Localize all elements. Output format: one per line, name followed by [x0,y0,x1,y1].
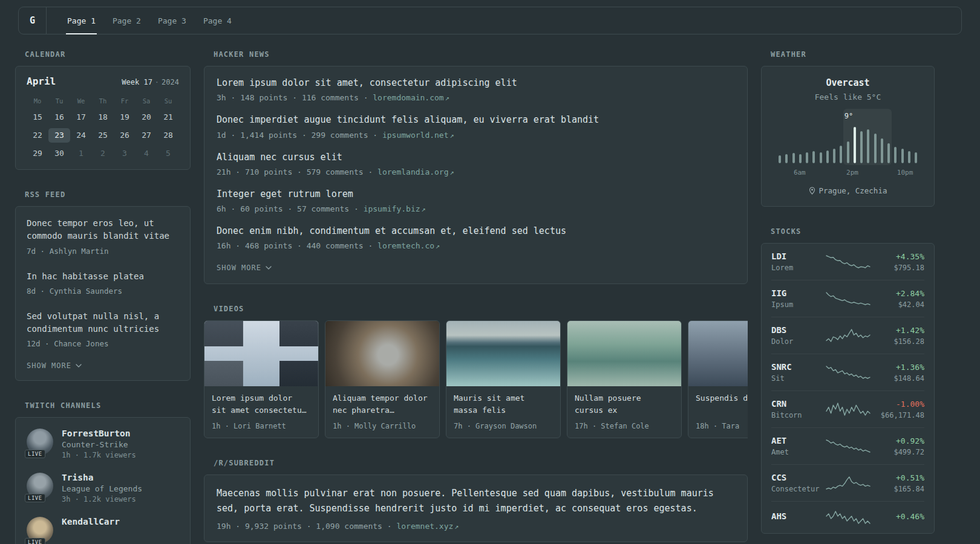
video-thumbnail[interactable] [446,321,560,386]
stock-symbol: AET [771,436,820,445]
hn-item-title[interactable]: Aliquam nec cursus elit [217,151,735,163]
live-badge: LIVE [25,494,45,502]
video-title[interactable]: Lorem ipsum dolor sit amet consectetu… [212,392,311,416]
tab-page-1[interactable]: Page 1 [59,7,104,34]
stock-row[interactable]: SNRC Sit +1.36% $148.64 [771,354,924,390]
weather-location: Prague, Czechia [773,186,923,195]
stock-change: +0.51% [877,473,925,482]
hn-item-domain-link[interactable]: loremtech.co↗ [377,241,440,250]
rss-item-title[interactable]: Sed volutpat nulla nisl, a condimentum n… [27,310,179,336]
weather-condition: Overcast [773,77,923,88]
calendar-day: 3 [114,146,136,161]
video-card[interactable]: Mauris sit amet massa felis 7h · Grayson… [446,320,561,438]
video-title[interactable]: Aliquam tempor dolor nec pharetra… [333,392,432,416]
calendar-widget: Calendar April Week 17·2024 MoTuWeThFrSa… [15,50,191,170]
hn-item-domain-link[interactable]: loremlandia.org↗ [377,167,454,176]
video-thumbnail[interactable] [567,321,681,386]
live-badge: LIVE [25,450,45,458]
video-meta: 1h · Lori Barnett [212,416,311,430]
weather-chart: 9° [773,112,923,163]
stock-row[interactable]: AET Amet +0.92% $499.72 [771,427,924,464]
top-nav: G Page 1 Page 2 Page 3 Page 4 [18,7,962,34]
twitch-avatar-link[interactable]: LIVE [27,473,53,499]
stock-symbol: IIG [771,288,820,298]
hn-item-domain-link[interactable]: loremdomain.com↗ [373,93,449,102]
calendar-day-header: Mo [27,96,48,106]
stock-sparkline [826,291,871,306]
weather-temp-label: 9° [844,112,853,120]
twitch-channel-name[interactable]: ForrestBurton [62,429,136,438]
stock-name: Ipsum [771,300,820,309]
stock-sparkline [826,510,871,525]
video-card[interactable]: Aliquam tempor dolor nec pharetra… 1h · … [325,320,440,438]
tab-page-3[interactable]: Page 3 [149,7,195,34]
calendar-day-selected: 23 [48,128,70,143]
hn-item-title[interactable]: Donec imperdiet augue tincidunt felis al… [217,114,735,126]
calendar-day: 25 [92,128,114,143]
stock-row[interactable]: LDI Lorem +4.35% $795.18 [771,244,924,280]
video-info: Nullam posuere cursus ex 17h · Stefan Co… [567,386,681,438]
weather-section-title: Weather [761,50,935,59]
reddit-post-title[interactable]: Maecenas mollis pulvinar erat non posuer… [217,486,735,516]
calendar-month: April [27,76,56,87]
video-title[interactable]: Nullam posuere cursus ex [575,392,674,416]
video-title[interactable]: Suspendis diam [696,392,748,404]
video-card[interactable]: Nullam posuere cursus ex 17h · Stefan Co… [567,320,682,438]
stocks-card: LDI Lorem +4.35% $795.18 IIG Ipsum [761,243,935,534]
stock-row[interactable]: IIG Ipsum +2.84% $42.04 [771,280,924,317]
calendar-day: 20 [136,110,157,125]
stock-row[interactable]: CRN Bitcorn -1.00% $66,171.48 [771,390,924,427]
hn-show-more-button[interactable]: Show more [217,264,272,272]
weather-bar [915,152,917,163]
video-thumbnail[interactable] [325,321,439,386]
rss-item: Donec tempor eros leo, ut commodo mauris… [27,217,179,256]
video-title[interactable]: Mauris sit amet massa felis [454,392,553,416]
hn-item-title[interactable]: Lorem ipsum dolor sit amet, consectetur … [217,77,735,89]
twitch-channel-game[interactable]: League of Legends [62,484,142,493]
stock-change: +1.42% [877,326,925,335]
twitch-channel-name[interactable]: Trisha [62,473,142,482]
calendar-week-number: Week 17 [122,78,152,86]
twitch-channel-name[interactable]: KendallCarr [62,517,120,526]
stock-change: +4.35% [877,252,925,261]
hn-item-title[interactable]: Donec enim nibh, condimentum et accumsan… [217,225,735,237]
calendar-day: 16 [48,110,70,125]
tab-page-2[interactable]: Page 2 [104,7,149,34]
stock-price: $165.84 [877,485,925,493]
video-row: Lorem ipsum dolor sit amet consectetu… 1… [204,320,748,438]
tab-page-4[interactable]: Page 4 [195,7,240,34]
stock-sparkline [826,254,871,270]
calendar-day: 21 [157,110,179,125]
reddit-post-domain-link[interactable]: loremnet.xyz↗ [396,522,459,531]
video-card[interactable]: Suspendis diam 18h · Tara [688,320,748,438]
twitch-channel-game[interactable]: Counter-Strike [62,440,136,449]
hn-item-domain-link[interactable]: ipsumify.biz↗ [364,204,426,213]
dashboard-grid: Calendar April Week 17·2024 MoTuWeThFrSa… [15,50,935,544]
hn-item-stats: 1d · 1,414 points · 299 comments · [217,131,377,140]
rss-item-title[interactable]: In hac habitasse platea [27,270,179,283]
hn-item-meta: 1d · 1,414 points · 299 comments · ipsum… [217,131,735,140]
video-card[interactable]: Lorem ipsum dolor sit amet consectetu… 1… [204,320,319,438]
calendar-day: 17 [70,110,92,125]
rss-show-more-button[interactable]: Show more [27,361,82,370]
app-logo[interactable]: G [19,7,47,34]
stock-row[interactable]: DBS Dolor +1.42% $156.28 [771,317,924,354]
stock-row[interactable]: AHS +0.46% [771,501,924,533]
calendar-week-separator: · [155,78,159,86]
weather-card: Overcast Feels like 5°C 9° 6am 2pm 10pm [761,66,935,207]
hn-item-title[interactable]: Integer eget rutrum lorem [217,188,735,200]
stock-sparkline [826,475,871,491]
hn-item: Aliquam nec cursus elit 21h · 710 points… [217,151,735,176]
stock-row[interactable]: CCS Consectetur +0.51% $165.84 [771,464,924,501]
video-thumbnail[interactable] [204,321,318,386]
hn-item-domain-link[interactable]: ipsumworld.net↗ [382,131,454,140]
twitch-avatar-link[interactable]: LIVE [27,429,53,455]
rss-section-title: RSS Feed [15,190,191,199]
hn-item: Integer eget rutrum lorem 6h · 60 points… [217,188,735,213]
calendar-day: 5 [157,146,179,161]
twitch-avatar-link[interactable]: LIVE [27,517,53,543]
stock-id: LDI Lorem [771,251,820,272]
rss-item-title[interactable]: Donec tempor eros leo, ut commodo mauris… [27,217,179,243]
video-thumbnail[interactable] [688,321,748,386]
stock-values: +0.46% [877,512,925,523]
